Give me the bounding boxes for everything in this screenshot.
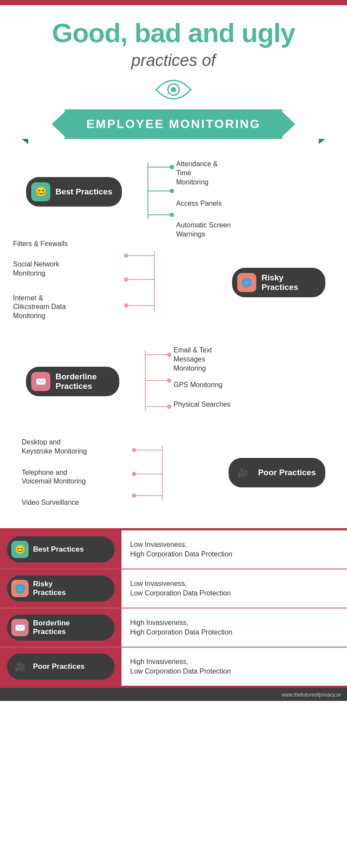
legend-pill-poor: 🎥 Poor Practices [0, 648, 121, 686]
footer-bar: www.thefutureofprivacy.or [0, 688, 347, 701]
poor-item-2: Telephone andVoicemail Monitoring [22, 468, 86, 487]
banner-right-tail [282, 112, 295, 136]
legend-best-desc: Low Invasiveness,High Corporation Data P… [121, 530, 347, 569]
banner-left-tail [52, 112, 65, 136]
poor-practices-diagram: Desktop andKeystroke Monitoring Telephon… [0, 430, 347, 519]
eye-icon [9, 78, 338, 102]
poor-connector [128, 437, 188, 508]
legend-pill-poor-inner: 🎥 Poor Practices [7, 654, 115, 680]
svg-point-1 [171, 87, 176, 92]
borderline-icon: ✉️ [31, 372, 50, 391]
legend-pill-best-inner: 😊 Best Practices [7, 536, 115, 562]
legend-borderline-desc: High Invasiveness,High Corporation Data … [121, 608, 347, 647]
risky-connector [120, 245, 180, 320]
svg-point-13 [124, 253, 128, 258]
borderline-label: BorderlinePractices [56, 372, 97, 391]
poor-lines-svg [128, 437, 188, 506]
borderline-item-3: Physical Searches [174, 400, 231, 409]
legend-item-risky: 🌐 RiskyPractices Low Invasiveness,Low Co… [0, 569, 347, 608]
svg-point-8 [170, 213, 174, 217]
best-items: Attendance & TimeMonitoring Access Panel… [176, 156, 235, 239]
svg-point-20 [167, 352, 171, 357]
svg-point-14 [124, 277, 128, 282]
legend-poor-icon: 🎥 [11, 658, 29, 675]
best-practices-pill: 😊 Best Practices [26, 177, 122, 207]
banner-text: EMPLOYEE MONITORING [86, 117, 261, 131]
legend-pill-borderline: ✉️ BorderlinePractices [0, 608, 121, 647]
legend-borderline-label: BorderlinePractices [33, 619, 70, 636]
eye-svg [154, 78, 193, 102]
poor-left-items: Desktop andKeystroke Monitoring Telephon… [22, 434, 87, 511]
legend-item-best: 😊 Best Practices Low Invasiveness,High C… [0, 530, 347, 569]
legend-item-borderline: ✉️ BorderlinePractices High Invasiveness… [0, 608, 347, 648]
banner-main: EMPLOYEE MONITORING [65, 109, 282, 139]
borderline-connector: Email & TextMessagesMonitoring GPS Monit… [119, 342, 232, 421]
subtitle: practices of [9, 51, 338, 70]
borderline-item-1: Email & TextMessagesMonitoring [174, 346, 231, 373]
best-label: Best Practices [56, 187, 112, 197]
risky-practices-diagram: Filters & Firewalls Social NetworkMonito… [0, 232, 347, 337]
diagram-area: 😊 Best Practices Attendance & TimeMonito… [0, 143, 347, 519]
legend-pill-risky: 🌐 RiskyPractices [0, 569, 121, 608]
legend-pill-best: 😊 Best Practices [0, 530, 121, 569]
svg-point-21 [167, 378, 171, 383]
legend-risky-desc: Low Invasiveness,Low Corporation Data Pr… [121, 569, 347, 608]
best-item-3: Automatic ScreenWarnings [176, 221, 235, 239]
poor-item-1: Desktop andKeystroke Monitoring [22, 438, 87, 456]
risky-item-2: Social NetworkMonitoring [13, 260, 59, 278]
borderline-practices-pill: ✉️ BorderlinePractices [26, 367, 119, 396]
legend-item-poor: 🎥 Poor Practices High Invasiveness,Low C… [0, 648, 347, 686]
svg-point-29 [132, 493, 136, 498]
risky-left-items: Filters & Firewalls Social NetworkMonito… [13, 236, 68, 329]
best-practices-diagram: 😊 Best Practices Attendance & TimeMonito… [0, 143, 347, 232]
risky-item-3: Internet &Clikcstream DataMonitoring [13, 294, 66, 321]
legend-best-icon: 😊 [11, 541, 29, 558]
legend-poor-label: Poor Practices [33, 662, 85, 671]
legend-section: 😊 Best Practices Low Invasiveness,High C… [0, 528, 347, 688]
svg-point-6 [170, 165, 174, 169]
svg-point-27 [132, 448, 136, 452]
best-item-2: Access Panels [176, 199, 235, 208]
risky-lines-svg [120, 245, 180, 319]
legend-borderline-icon: ✉️ [11, 619, 29, 636]
borderline-item-2: GPS Monitoring [174, 381, 231, 390]
svg-point-28 [132, 472, 136, 476]
legend-pill-borderline-inner: ✉️ BorderlinePractices [7, 615, 115, 641]
best-connector: Attendance & TimeMonitoring Access Panel… [122, 156, 235, 227]
legend-best-label: Best Practices [33, 545, 84, 554]
risky-icon: 🌐 [237, 273, 256, 292]
legend-pill-risky-inner: 🌐 RiskyPractices [7, 575, 115, 602]
legend-risky-icon: 🌐 [11, 580, 29, 597]
borderline-practices-diagram: ✉️ BorderlinePractices Email & TextMessa… [0, 337, 347, 430]
risky-label: RiskyPractices [262, 273, 298, 292]
svg-point-22 [167, 404, 171, 409]
risky-item-1: Filters & Firewalls [13, 240, 68, 249]
poor-practices-pill: 🎥 Poor Practices [229, 458, 325, 487]
svg-point-15 [124, 303, 128, 308]
best-icon: 😊 [31, 182, 50, 201]
legend-risky-label: RiskyPractices [33, 580, 66, 597]
top-bar [0, 0, 347, 5]
main-title: Good, bad and ugly [9, 18, 338, 48]
footer-text: www.thefutureofprivacy.or [282, 692, 341, 698]
borderline-items: Email & TextMessagesMonitoring GPS Monit… [174, 344, 231, 409]
risky-practices-pill: 🌐 RiskyPractices [232, 268, 325, 297]
poor-label: Poor Practices [258, 468, 316, 477]
best-item-1: Attendance & TimeMonitoring [176, 160, 235, 187]
poor-item-3: Video Surveillance [22, 498, 79, 507]
svg-point-7 [170, 189, 174, 193]
header-section: Good, bad and ugly practices of EMPLOYEE… [0, 5, 347, 143]
banner-wrapper: EMPLOYEE MONITORING [9, 109, 338, 139]
poor-icon: 🎥 [234, 463, 253, 482]
legend-poor-desc: High Invasiveness,Low Corporation Data P… [121, 648, 347, 686]
